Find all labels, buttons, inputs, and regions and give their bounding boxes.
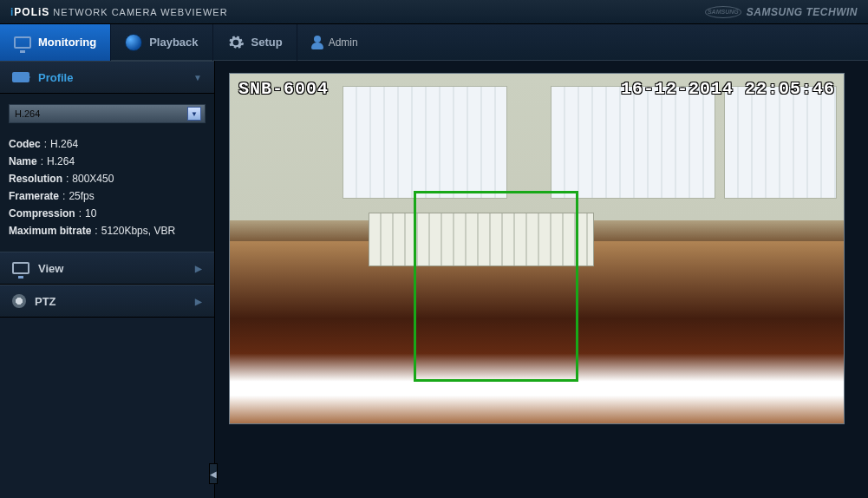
stat-value: H.264 <box>47 153 75 170</box>
chevron-right-icon: ▶ <box>195 297 202 306</box>
section-title: Profile <box>38 71 73 84</box>
stat-value: 25fps <box>69 187 94 205</box>
stat-value: 800X450 <box>72 170 114 187</box>
stat-value: 10 <box>85 205 96 222</box>
profile-select[interactable]: H.264 ▼ <box>9 104 206 123</box>
profile-stats: Codec : H.264 Name : H.264 Resolution : … <box>9 135 206 239</box>
tab-monitoring[interactable]: Monitoring <box>0 24 111 61</box>
stat-codec: Codec : H.264 <box>9 135 206 153</box>
stat-name: Name : H.264 <box>9 153 206 170</box>
dropdown-icon: ▼ <box>187 107 201 121</box>
app-header: iPOLiS NETWORK CAMERA WEBVIEWER SAMSUNG … <box>0 0 868 24</box>
colon: : <box>79 205 82 222</box>
admin-indicator[interactable]: Admin <box>311 36 358 49</box>
scene-window <box>551 86 715 199</box>
gear-icon <box>227 34 245 51</box>
section-title: PTZ <box>35 295 56 308</box>
stat-label: Framerate <box>9 187 59 205</box>
tab-label: Setup <box>251 36 283 49</box>
stat-framerate: Framerate : 25fps <box>9 187 206 205</box>
colon: : <box>41 153 43 170</box>
ptz-icon <box>12 294 26 308</box>
brand-text: SAMSUNG TECHWIN <box>747 6 858 18</box>
camera-icon <box>12 72 29 82</box>
osd-camera-name: SNB-6004 <box>238 79 329 99</box>
section-ptz[interactable]: PTZ ▶ <box>0 285 214 318</box>
section-profile[interactable]: Profile ▼ <box>0 61 214 94</box>
colon: : <box>62 187 65 205</box>
stat-label: Resolution <box>9 170 62 187</box>
stat-maxbitrate: Maximum bitrate : 5120Kbps, VBR <box>9 222 206 239</box>
tab-label: Playback <box>149 36 198 49</box>
stat-compression: Compression : 10 <box>9 205 206 222</box>
profile-select-value: H.264 <box>15 108 40 119</box>
stat-value: 5120Kbps, VBR <box>101 222 175 239</box>
brand-oval-icon: SAMSUNG <box>705 6 741 18</box>
admin-label: Admin <box>329 36 358 49</box>
app-logo: iPOLiS NETWORK CAMERA WEBVIEWER <box>10 6 228 18</box>
stat-label: Codec <box>9 135 41 153</box>
sidebar: Profile ▼ H.264 ▼ Codec : H.264 Name : H… <box>0 61 215 498</box>
stat-label: Name <box>9 153 37 170</box>
stat-label: Maximum bitrate <box>9 222 91 239</box>
main-tabs: Monitoring Playback Setup Admin <box>0 24 868 61</box>
video-viewport[interactable]: SNB-6004 16-12-2014 22:05:46 <box>229 73 845 424</box>
chevron-right-icon: ▶ <box>195 264 202 273</box>
monitor-icon <box>12 262 29 274</box>
chevron-down-icon: ▼ <box>193 73 202 82</box>
section-view[interactable]: View ▶ <box>0 252 214 285</box>
osd-timestamp: 16-12-2014 22:05:46 <box>621 79 835 99</box>
sidebar-collapse-handle[interactable]: ◀ <box>209 463 218 484</box>
colon: : <box>95 222 97 239</box>
scene-window <box>724 86 837 199</box>
stat-label: Compression <box>9 205 75 222</box>
roi-rectangle[interactable] <box>414 191 578 382</box>
tab-setup[interactable]: Setup <box>213 24 297 61</box>
content-area: Profile ▼ H.264 ▼ Codec : H.264 Name : H… <box>0 61 868 498</box>
stat-value: H.264 <box>50 135 78 153</box>
tab-playback[interactable]: Playback <box>111 24 212 61</box>
logo-subtitle: NETWORK CAMERA WEBVIEWER <box>53 7 227 17</box>
lens-icon <box>125 34 142 51</box>
user-icon <box>311 36 323 49</box>
logo-text: iPOLiS <box>10 6 49 18</box>
monitor-icon <box>14 36 31 49</box>
tab-label: Monitoring <box>38 36 96 49</box>
scene-window <box>343 86 507 199</box>
section-profile-body: H.264 ▼ Codec : H.264 Name : H.264 Resol… <box>0 94 214 252</box>
section-title: View <box>38 262 63 275</box>
stat-resolution: Resolution : 800X450 <box>9 170 206 187</box>
colon: : <box>44 135 47 153</box>
logo-polis: POLiS <box>14 6 49 18</box>
colon: : <box>66 170 69 187</box>
main-area: SNB-6004 16-12-2014 22:05:46 <box>215 61 868 498</box>
brand-area: SAMSUNG SAMSUNG TECHWIN <box>705 6 858 18</box>
